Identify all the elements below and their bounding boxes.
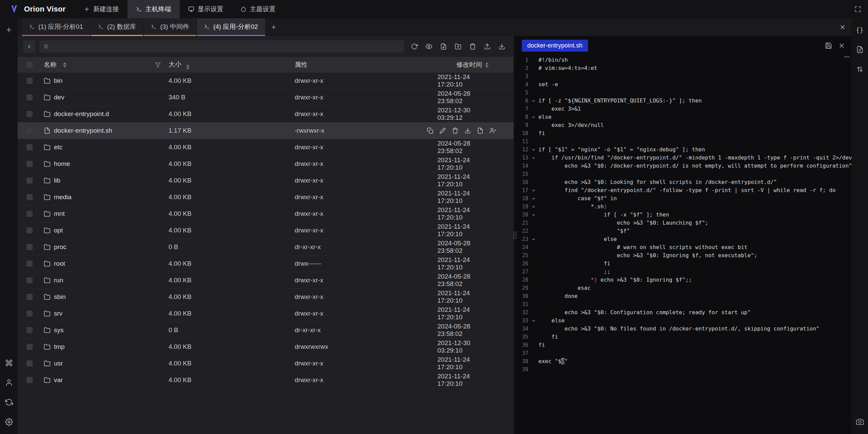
- upload-button[interactable]: [481, 40, 494, 53]
- table-row[interactable]: tmp 4.00 KB drwxrwxrwx 2021-12-30 03:29:…: [18, 339, 514, 355]
- file-name-cell[interactable]: media: [41, 193, 167, 201]
- table-row[interactable]: root 4.00 KB drwx------ 2021-11-24 17:20…: [18, 256, 514, 272]
- chevron-down-icon[interactable]: [528, 300, 538, 308]
- terminal-tab[interactable]: (4) 应用-分析02: [197, 18, 265, 36]
- chevron-down-icon[interactable]: [528, 227, 538, 235]
- row-checkbox[interactable]: [26, 94, 33, 100]
- table-row[interactable]: run 4.00 KB drwxr-xr-x 2024-05-28 23:58:…: [18, 272, 514, 289]
- file-name-cell[interactable]: dev: [41, 94, 167, 101]
- row-checkbox[interactable]: [26, 177, 33, 184]
- show-hidden-button[interactable]: [422, 40, 435, 53]
- chevron-down-icon[interactable]: [528, 219, 538, 227]
- save-button[interactable]: [825, 42, 832, 49]
- chevron-down-icon[interactable]: [528, 121, 538, 129]
- settings-button[interactable]: [3, 416, 15, 428]
- row-checkbox[interactable]: [26, 310, 33, 317]
- file-name-cell[interactable]: sys: [41, 326, 167, 334]
- path-input[interactable]: [39, 40, 404, 53]
- chevron-down-icon[interactable]: [528, 105, 538, 113]
- row-checkbox[interactable]: [26, 327, 33, 333]
- chevron-down-icon[interactable]: [528, 178, 538, 186]
- scrollbar-thumb[interactable]: [844, 56, 850, 57]
- table-row[interactable]: dev 340 B drwxr-xr-x 2024-05-28 23:58:02: [18, 89, 514, 106]
- sort-icon[interactable]: [63, 62, 66, 68]
- table-row[interactable]: proc 0 B dr-xr-xr-x 2024-05-28 23:58:02: [18, 239, 514, 256]
- editor-file-tab[interactable]: docker-entrypoint.sh: [522, 40, 588, 52]
- nav-new-connection[interactable]: 新建连接: [75, 0, 127, 18]
- row-checkbox[interactable]: [26, 261, 33, 267]
- trash-icon[interactable]: [452, 128, 458, 134]
- sort-icon[interactable]: [186, 64, 190, 70]
- shortcut-keys-button[interactable]: [3, 357, 15, 369]
- terminal-tab[interactable]: (1) 应用-分析01: [22, 18, 90, 36]
- row-checkbox[interactable]: [26, 161, 33, 167]
- row-checkbox[interactable]: [26, 277, 33, 283]
- file-name-cell[interactable]: lib: [41, 177, 167, 184]
- table-row[interactable]: opt 4.00 KB drwxr-xr-x 2021-11-24 17:20:…: [18, 222, 514, 239]
- row-checkbox[interactable]: [26, 360, 33, 366]
- file-name-cell[interactable]: run: [41, 277, 167, 284]
- column-name[interactable]: 名称: [41, 60, 167, 69]
- column-size[interactable]: 大小: [167, 60, 292, 70]
- chevron-down-icon[interactable]: [528, 349, 538, 357]
- table-row[interactable]: usr 4.00 KB drwxr-xr-x 2021-11-24 17:20:…: [18, 355, 514, 372]
- file-name-cell[interactable]: var: [41, 376, 167, 384]
- chevron-down-icon[interactable]: [528, 211, 538, 219]
- file-name-cell[interactable]: mnt: [41, 210, 167, 218]
- chevron-down-icon[interactable]: [528, 365, 538, 374]
- edit-icon[interactable]: [439, 128, 446, 134]
- row-checkbox[interactable]: [26, 78, 33, 84]
- nav-host-terminal[interactable]: 主机终端: [127, 0, 180, 18]
- row-checkbox[interactable]: [26, 244, 33, 250]
- filter-icon[interactable]: [155, 62, 161, 68]
- transfer-list-button[interactable]: [854, 63, 866, 75]
- panel-splitter[interactable]: [514, 36, 516, 434]
- file-name-cell[interactable]: home: [41, 160, 167, 168]
- chevron-down-icon[interactable]: [528, 268, 538, 276]
- back-button[interactable]: [23, 40, 35, 53]
- column-modified[interactable]: 修改时间: [437, 60, 514, 69]
- chevron-down-icon[interactable]: [528, 308, 538, 317]
- table-row[interactable]: lib 4.00 KB drwxr-xr-x 2021-11-24 17:20:…: [18, 172, 514, 189]
- delete-button[interactable]: [466, 40, 479, 53]
- row-checkbox[interactable]: [26, 211, 33, 217]
- chevron-down-icon[interactable]: [528, 235, 538, 243]
- table-row[interactable]: var 4.00 KB drwxr-xr-x 2021-11-24 17:20:…: [18, 372, 514, 389]
- chevron-down-icon[interactable]: [528, 194, 538, 203]
- file-name-cell[interactable]: docker-entrypoint.sh: [41, 127, 167, 134]
- table-row[interactable]: docker-entrypoint.sh 1.17 KB -rwxrwxr-x: [18, 122, 514, 139]
- chevron-down-icon[interactable]: [528, 243, 538, 251]
- chevron-down-icon[interactable]: [528, 56, 538, 64]
- download-icon[interactable]: [464, 128, 471, 134]
- code-snippets-button[interactable]: {}: [854, 24, 866, 36]
- table-row[interactable]: sbin 4.00 KB drwxr-xr-x 2021-11-24 17:20…: [18, 289, 514, 305]
- select-all-checkbox[interactable]: [26, 62, 33, 68]
- close-panel-button[interactable]: [834, 18, 851, 36]
- chevron-down-icon[interactable]: [528, 64, 538, 72]
- screenshot-button[interactable]: [854, 416, 866, 428]
- chevron-down-icon[interactable]: [528, 333, 538, 341]
- terminal-tab[interactable]: (3) 中间件: [144, 18, 196, 36]
- table-row[interactable]: srv 4.00 KB drwxr-xr-x 2021-11-24 17:20:…: [18, 305, 514, 322]
- chevron-down-icon[interactable]: [528, 162, 538, 170]
- chevron-down-icon[interactable]: [528, 357, 538, 365]
- chevron-down-icon[interactable]: [528, 284, 538, 292]
- new-file-button[interactable]: [437, 40, 450, 53]
- app-logo[interactable]: Orion Visor: [0, 0, 75, 18]
- chevron-down-icon[interactable]: [528, 113, 538, 121]
- download-button[interactable]: [495, 40, 508, 53]
- chevron-down-icon[interactable]: [528, 186, 538, 194]
- chevron-down-icon[interactable]: [528, 89, 538, 97]
- row-checkbox[interactable]: [26, 344, 33, 350]
- chevron-down-icon[interactable]: [528, 170, 538, 178]
- editor-close-button[interactable]: [838, 42, 845, 49]
- chevron-down-icon[interactable]: [528, 260, 538, 268]
- table-row[interactable]: home 4.00 KB drwxr-xr-x 2021-11-24 17:20…: [18, 156, 514, 172]
- row-checkbox[interactable]: [26, 144, 33, 150]
- terminal-tab[interactable]: (2) 数据库: [91, 18, 143, 36]
- chevron-down-icon[interactable]: [528, 317, 538, 325]
- row-checkbox[interactable]: [26, 111, 33, 117]
- fullscreen-button[interactable]: [848, 0, 868, 18]
- chevron-down-icon[interactable]: [528, 129, 538, 137]
- nav-display-settings[interactable]: 显示设置: [180, 0, 232, 18]
